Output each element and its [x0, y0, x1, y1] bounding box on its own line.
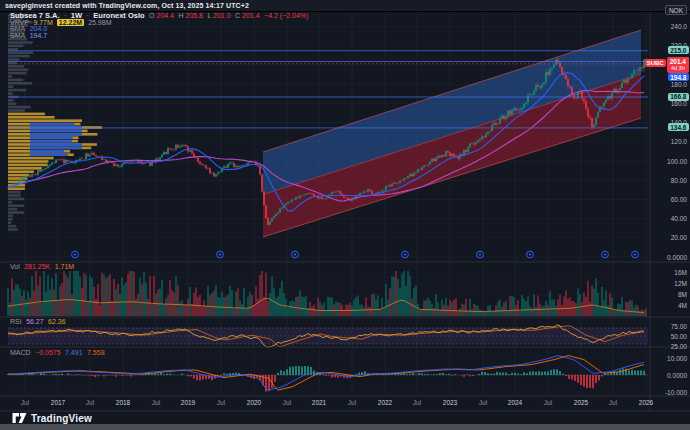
- time-axis-label: Jul: [217, 399, 225, 406]
- tradingview-logo[interactable]: TradingView: [12, 411, 92, 425]
- volume-axis-tick: 16M: [674, 269, 687, 276]
- volume-value: 281.25K: [24, 263, 50, 270]
- time-axis-label: Jul: [21, 399, 29, 406]
- price-axis-tick: 180.0: [671, 81, 687, 88]
- rsi-name[interactable]: RSI: [10, 318, 22, 325]
- time-axis-label: Jul: [413, 399, 421, 406]
- macd-legend-row[interactable]: MACD −0.0575 7.491 7.558: [10, 350, 107, 356]
- rsi-legend-row[interactable]: RSI 56.27 62.36: [10, 319, 68, 325]
- level-price-label: 134.6: [668, 123, 689, 131]
- tradingview-logo-text: TradingView: [31, 413, 92, 424]
- volume-ma-value: 1.71M: [55, 263, 74, 270]
- open-value: 204.4: [156, 12, 174, 19]
- high-label: H: [178, 12, 183, 19]
- rsi-value: 56.27: [26, 318, 44, 325]
- sma-fast-value: 204.0: [30, 25, 48, 32]
- indicator-row-sma-slow[interactable]: SMA 194.7: [10, 33, 50, 39]
- macd-axis-tick: -10.000: [665, 389, 687, 396]
- price-axis-tick: 40.00: [671, 215, 687, 222]
- price-axis-tick: 120.0: [671, 138, 687, 145]
- volume-legend-row[interactable]: Vol 281.25K 1.71M: [10, 264, 77, 270]
- time-axis-label: 2026: [639, 399, 653, 406]
- time-axis-label: Jul: [609, 399, 617, 406]
- time-axis-label: 2021: [312, 399, 326, 406]
- legend-separator: ·: [87, 12, 89, 19]
- price-axis-tick: 160.0: [671, 100, 687, 107]
- time-axis-label: Jul: [86, 399, 94, 406]
- macd-signal-value: 7.558: [87, 349, 105, 356]
- price-axis-tick: 20.00: [671, 234, 687, 241]
- vrvp-value-3: 25.98M: [88, 19, 111, 26]
- symbol-price-tag: SUBC: [645, 59, 666, 67]
- last-price-group: SUBC 201.4 4d 3h: [645, 57, 689, 73]
- time-scale[interactable]: Jul2017Jul2018Jul2019Jul2020Jul2021Jul20…: [0, 397, 650, 410]
- time-axis-label: Jul: [348, 399, 356, 406]
- time-axis-label: Jul: [283, 399, 291, 406]
- close-label: C: [235, 12, 240, 19]
- change-value: −4.2 (−2.04%): [264, 12, 308, 19]
- level-price-label: 166.8: [668, 93, 689, 101]
- price-chart-canvas[interactable]: [0, 0, 690, 430]
- low-label: L: [207, 12, 211, 19]
- time-axis-label: 2023: [443, 399, 457, 406]
- level-price-label: 215.0: [668, 46, 689, 54]
- volume-name[interactable]: Vol: [10, 263, 20, 270]
- price-axis-tick: 60.00: [671, 196, 687, 203]
- sma-fast-name[interactable]: SMA: [10, 25, 25, 32]
- time-axis-label: Jul: [152, 399, 160, 406]
- currency-badge[interactable]: NOK: [665, 5, 687, 15]
- time-axis-label: 2025: [574, 399, 588, 406]
- time-axis-label: 2022: [378, 399, 392, 406]
- close-value: 201.4: [242, 12, 260, 19]
- sma-slow-name[interactable]: SMA: [10, 32, 25, 39]
- high-value: 205.8: [185, 12, 203, 19]
- macd-line-value: 7.491: [65, 349, 83, 356]
- sma-price-label: 194.8: [668, 73, 689, 81]
- rsi-axis-tick: 75.00: [671, 323, 687, 330]
- volume-axis-tick: 12M: [674, 280, 687, 287]
- time-axis-label: 2017: [51, 399, 65, 406]
- time-axis-label: 2018: [116, 399, 130, 406]
- open-label: O: [149, 12, 154, 19]
- indicator-row-vrvp[interactable]: VRVP 9.77M 12.22M 25.98M: [10, 20, 114, 26]
- macd-axis-tick: 0.0000: [667, 372, 687, 379]
- time-axis-label: 2020: [247, 399, 261, 406]
- time-axis-label: Jul: [479, 399, 487, 406]
- macd-hist-value: −0.0575: [35, 349, 61, 356]
- volume-axis-tick: 8M: [678, 291, 687, 298]
- sma-slow-value: 194.7: [30, 32, 48, 39]
- price-scale[interactable]: NOK SUBC 201.4 4d 3h 240.0220.0180.0160.…: [651, 11, 690, 396]
- time-axis-label: Jul: [544, 399, 552, 406]
- macd-name[interactable]: MACD: [10, 349, 31, 356]
- time-axis-label: 2024: [508, 399, 522, 406]
- rsi-ma-value: 62.36: [48, 318, 66, 325]
- price-axis-tick: 80.00: [671, 177, 687, 184]
- rsi-axis-tick: 25.00: [671, 343, 687, 350]
- price-axis-tick: 240.0: [671, 23, 687, 30]
- price-axis-tick: 100.00: [667, 158, 687, 165]
- low-value: 201.0: [213, 12, 231, 19]
- rsi-axis-tick: 50.00: [671, 333, 687, 340]
- price-axis-tick: 0.0000: [667, 254, 687, 261]
- volume-axis-tick: 4M: [678, 302, 687, 309]
- macd-axis-tick: 10.000: [667, 355, 687, 362]
- time-axis-label: 2019: [181, 399, 195, 406]
- tradingview-screenshot: savepiginvest created with TradingView.c…: [0, 0, 690, 430]
- last-price-value: 201.4: [670, 58, 686, 65]
- tradingview-logo-icon: [12, 412, 27, 424]
- last-price-label: 201.4 4d 3h: [667, 57, 689, 73]
- footer-strip: [0, 424, 690, 430]
- bar-countdown: 4d 3h: [670, 65, 686, 72]
- legend-separator: ·: [64, 12, 66, 19]
- vrvp-value-2: 12.22M: [57, 19, 83, 26]
